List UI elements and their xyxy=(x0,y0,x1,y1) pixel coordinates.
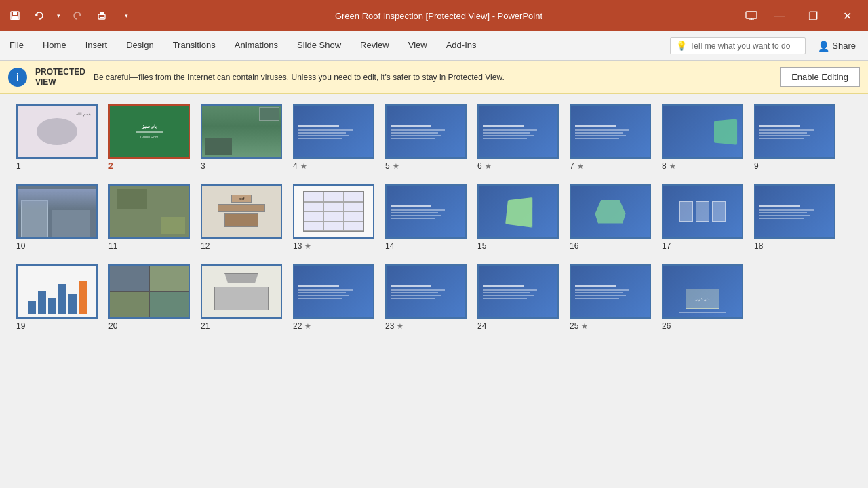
slide-meta: 14 xyxy=(385,241,394,251)
star-icon: ★ xyxy=(304,322,311,331)
slide-item[interactable]: 5★ xyxy=(385,104,467,171)
tab-file[interactable]: File xyxy=(0,31,33,60)
slide-item[interactable]: 8★ xyxy=(662,104,743,171)
slide-meta: 25★ xyxy=(570,321,588,331)
save-button[interactable] xyxy=(5,6,24,25)
slide-number: 15 xyxy=(477,241,486,251)
slide-item[interactable]: 24 xyxy=(477,264,559,331)
slide-meta: 16 xyxy=(570,241,578,251)
tell-me-search[interactable]: 💡 Tell me what you want to do xyxy=(670,37,806,54)
slide-item[interactable]: 6★ xyxy=(477,104,559,171)
customize-qat-button[interactable]: ▾ xyxy=(117,6,136,25)
slide-thumbnail xyxy=(293,104,374,159)
ribbon-search-area: 💡 Tell me what you want to do 👤 Share xyxy=(665,31,868,60)
slide-item[interactable]: 15 xyxy=(477,184,559,251)
slide-meta: 11 xyxy=(108,241,117,251)
search-placeholder-text: Tell me what you want to do xyxy=(690,41,790,51)
slide-thumbnail xyxy=(201,264,282,319)
slide-thumbnail xyxy=(477,104,559,159)
slide-item[interactable]: بسم الله 1 xyxy=(16,104,98,171)
slide-meta: 23★ xyxy=(385,321,403,331)
share-button[interactable]: 👤 Share xyxy=(811,41,863,52)
star-icon: ★ xyxy=(577,162,584,171)
slide-number: 25 xyxy=(570,321,578,331)
tab-review[interactable]: Review xyxy=(351,31,399,60)
tab-insert[interactable]: Insert xyxy=(76,31,117,60)
protected-view-message: Be careful—files from the Internet can c… xyxy=(94,73,772,82)
enable-editing-button[interactable]: Enable Editing xyxy=(780,67,860,87)
slide-thumbnail xyxy=(570,104,651,159)
share-label: Share xyxy=(832,41,856,51)
tab-home[interactable]: Home xyxy=(33,31,76,60)
undo-button[interactable] xyxy=(30,6,49,25)
slide-item[interactable]: بام سبز Green Roof 2 xyxy=(108,104,190,171)
slide-thumbnail: متن عربی xyxy=(662,264,743,319)
slide-item[interactable]: 19 xyxy=(16,264,98,331)
tab-addins[interactable]: Add-Ins xyxy=(437,31,486,60)
protected-view-label-line2: VIEW xyxy=(35,77,85,87)
slide-item[interactable]: 16 xyxy=(570,184,651,251)
slide-item[interactable]: 21 xyxy=(201,264,282,331)
slide-meta: 6★ xyxy=(477,161,492,171)
slide-meta: 19 xyxy=(16,321,25,331)
restore-button[interactable]: ❐ xyxy=(797,0,829,31)
window-controls: — ❐ ✕ xyxy=(742,0,863,31)
slide-number: 5 xyxy=(385,161,390,171)
slide-item[interactable]: 18 xyxy=(754,184,835,251)
protected-view-label-line1: PROTECTED xyxy=(35,67,85,77)
slide-item[interactable]: 11 xyxy=(108,184,190,251)
slide-item[interactable]: 4★ xyxy=(293,104,374,171)
slide-item[interactable]: 23★ xyxy=(385,264,467,331)
slide-number: 4 xyxy=(293,161,298,171)
slide-thumbnail xyxy=(293,184,374,239)
window-title: Green Roof Inspection [Protected View] -… xyxy=(136,11,742,21)
quick-print-button[interactable] xyxy=(92,6,111,25)
redo-button[interactable] xyxy=(68,6,87,25)
slide-meta: 26 xyxy=(662,321,671,331)
slide-item[interactable]: roof 12 xyxy=(201,184,282,251)
slide-number: 21 xyxy=(201,321,210,331)
slide-meta: 10 xyxy=(16,241,25,251)
slide-row: بسم الله 1 بام سبز Green Roof 2 3 4★ xyxy=(16,104,852,171)
tab-animations[interactable]: Animations xyxy=(225,31,288,60)
slide-number: 14 xyxy=(385,241,394,251)
slide-item[interactable]: 9 xyxy=(754,104,835,171)
slide-number: 10 xyxy=(16,241,25,251)
close-button[interactable]: ✕ xyxy=(831,0,863,31)
slide-item[interactable]: 22★ xyxy=(293,264,374,331)
slide-item[interactable]: 14 xyxy=(385,184,467,251)
ribbon: File Home Insert Design Transitions Anim… xyxy=(0,31,868,61)
slide-meta: 4★ xyxy=(293,161,307,171)
slide-number: 2 xyxy=(108,161,113,171)
slide-meta: 21 xyxy=(201,321,210,331)
minimize-button[interactable]: — xyxy=(764,0,795,31)
slide-item[interactable]: 20 xyxy=(108,264,190,331)
slide-meta: 3 xyxy=(201,161,205,171)
tab-transitions[interactable]: Transitions xyxy=(163,31,225,60)
slide-thumbnail xyxy=(477,264,559,319)
slide-number: 18 xyxy=(754,241,763,251)
slide-item[interactable]: 10 xyxy=(16,184,98,251)
presentation-mode-button[interactable] xyxy=(742,6,761,25)
tab-design[interactable]: Design xyxy=(117,31,163,60)
lightbulb-icon: 💡 xyxy=(676,41,687,51)
slide-item[interactable]: 25★ xyxy=(570,264,651,331)
slide-thumbnail: بام سبز Green Roof xyxy=(108,104,190,159)
slide-item[interactable]: 3 xyxy=(201,104,282,171)
slide-meta: 2 xyxy=(108,161,113,171)
star-icon: ★ xyxy=(581,322,588,331)
slide-number: 8 xyxy=(662,161,667,171)
slide-item[interactable]: 17 xyxy=(662,184,743,251)
slide-item[interactable]: 13★ xyxy=(293,184,374,251)
slide-item[interactable]: متن عربی 26 xyxy=(662,264,743,331)
undo-dropdown-button[interactable]: ▾ xyxy=(54,6,62,25)
slide-thumbnail xyxy=(754,104,835,159)
slide-thumbnail xyxy=(385,184,467,239)
slide-number: 17 xyxy=(662,241,671,251)
slide-thumbnail xyxy=(293,264,374,319)
info-icon: i xyxy=(8,68,27,87)
star-icon: ★ xyxy=(397,322,403,331)
tab-view[interactable]: View xyxy=(399,31,437,60)
slide-item[interactable]: 7★ xyxy=(570,104,651,171)
tab-slideshow[interactable]: Slide Show xyxy=(288,31,351,60)
